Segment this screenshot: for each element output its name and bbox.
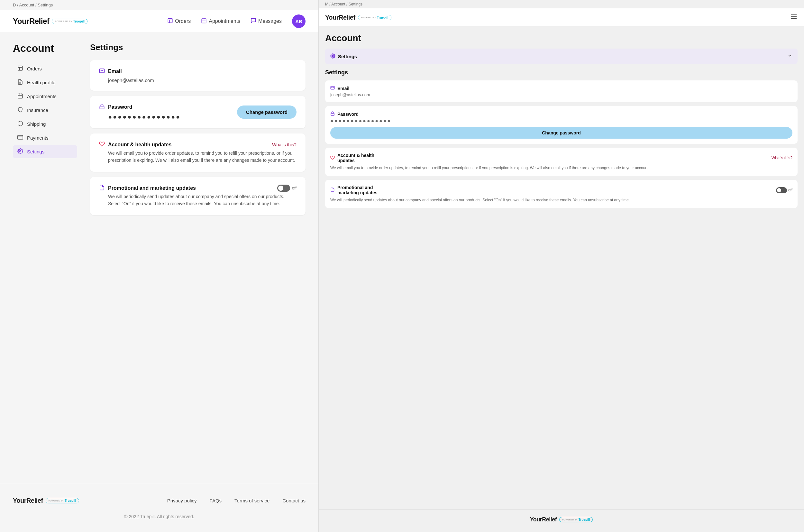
sidebar-item-health-profile[interactable]: Health profile xyxy=(13,76,77,89)
promotional-description: We will periodically send updates about … xyxy=(108,193,296,207)
settings-title: Settings xyxy=(90,42,306,53)
sidebar-item-settings[interactable]: Settings xyxy=(13,145,77,158)
mobile-settings-label: Settings xyxy=(330,53,357,59)
mobile-panel: M / Account / Settings YourRelief POWERE… xyxy=(319,0,804,532)
mobile-whats-this-link[interactable]: What's this? xyxy=(771,156,792,160)
mobile-password-dots: ●●●●●●●●●●●●●●● xyxy=(330,118,792,124)
sidebar-nav: Account Orders Health profile Appointmen… xyxy=(13,42,77,474)
promotional-header: Promotional and marketing updates off xyxy=(99,185,296,192)
svg-rect-24 xyxy=(331,113,334,115)
mobile-change-password-button[interactable]: Change password xyxy=(330,127,792,139)
sidebar-item-label: Insurance xyxy=(27,108,48,113)
email-card-header: Email xyxy=(99,68,296,75)
orders-icon xyxy=(17,65,23,72)
sidebar-item-label: Shipping xyxy=(27,121,46,127)
sidebar-item-label: Health profile xyxy=(27,80,55,85)
mobile-heart-icon xyxy=(330,155,335,161)
main-content: Account Orders Health profile Appointmen… xyxy=(0,33,319,484)
password-dots: ●●●●●●●●●●●●●●● xyxy=(108,113,181,121)
appointments-nav-icon xyxy=(201,18,207,25)
account-health-left: Account & health updates xyxy=(99,141,171,148)
mobile-footer-powered-badge: POWERED BY Truepill xyxy=(559,517,593,522)
lock-icon xyxy=(99,103,105,111)
sidebar-item-payments[interactable]: Payments xyxy=(13,131,77,145)
promotional-toggle[interactable] xyxy=(277,185,290,192)
main-nav: Orders Appointments Messages AB xyxy=(167,15,306,28)
email-label: Email xyxy=(108,69,122,74)
email-card: Email joseph@astellas.com xyxy=(90,60,306,91)
footer-links: Privacy policy FAQs Terms of service Con… xyxy=(167,498,306,504)
health-icon xyxy=(17,79,23,86)
svg-rect-12 xyxy=(18,94,22,98)
mobile-account-health-card: Account & healthupdates What's this? We … xyxy=(325,148,798,176)
settings-content: Settings Email joseph@astellas.com xyxy=(90,42,306,474)
document-icon xyxy=(99,185,105,192)
mobile-powered-badge: POWERED BY Truepill xyxy=(358,15,391,20)
change-password-button[interactable]: Change password xyxy=(237,106,296,119)
sidebar-item-label: Appointments xyxy=(27,94,57,99)
promotional-card: Promotional and marketing updates off We… xyxy=(90,177,306,215)
mobile-document-icon xyxy=(330,188,335,193)
header: YourRelief POWERED BY Truepill Orders Ap… xyxy=(0,10,319,33)
mobile-breadcrumb: M / Account / Settings xyxy=(319,0,804,8)
toggle-label: off xyxy=(292,186,296,190)
desktop-panel: D / Account / Settings YourRelief POWERE… xyxy=(0,0,319,532)
logo-text: YourRelief xyxy=(13,17,49,26)
sidebar-item-orders[interactable]: Orders xyxy=(13,62,77,75)
mobile-promotional-desc: We will periodically send updates about … xyxy=(330,197,792,203)
mobile-account-health-header-row: Account & healthupdates What's this? xyxy=(330,153,792,163)
mobile-header: YourRelief POWERED BY Truepill xyxy=(319,8,804,27)
email-value: joseph@astellas.com xyxy=(108,77,296,83)
svg-rect-19 xyxy=(100,106,104,109)
nav-appointments[interactable]: Appointments xyxy=(201,18,240,25)
sidebar-item-insurance[interactable]: Insurance xyxy=(13,103,77,117)
sidebar-item-label: Payments xyxy=(27,135,49,140)
nav-orders[interactable]: Orders xyxy=(167,18,191,25)
password-left: Password ●●●●●●●●●●●●●●● xyxy=(99,103,181,121)
mobile-settings-dropdown[interactable]: Settings xyxy=(325,49,798,64)
mobile-logo: YourRelief POWERED BY Truepill xyxy=(325,14,391,21)
faqs-link[interactable]: FAQs xyxy=(210,498,222,504)
svg-rect-7 xyxy=(18,66,22,71)
toggle-area: off xyxy=(277,185,296,192)
mobile-email-title: Email xyxy=(330,86,792,91)
footer-inner: YourRelief POWERED BY Truepill Privacy p… xyxy=(13,497,306,504)
mobile-email-value: joseph@astellas.com xyxy=(330,92,792,97)
appointments-icon xyxy=(17,93,23,100)
shipping-icon xyxy=(17,121,23,127)
avatar[interactable]: AB xyxy=(292,15,306,28)
mobile-promotional-toggle[interactable] xyxy=(776,187,787,193)
footer-powered-badge: POWERED BY Truepill xyxy=(46,498,79,504)
insurance-icon xyxy=(17,107,23,114)
password-label: Password xyxy=(108,104,133,110)
sidebar-item-appointments[interactable]: Appointments xyxy=(13,90,77,103)
svg-rect-3 xyxy=(202,19,206,23)
account-health-card: Account & health updates What's this? We… xyxy=(90,133,306,172)
privacy-policy-link[interactable]: Privacy policy xyxy=(167,498,197,504)
contact-link[interactable]: Contact us xyxy=(282,498,306,504)
whats-this-link[interactable]: What's this? xyxy=(272,142,296,147)
mobile-password-card: Password ●●●●●●●●●●●●●●● Change password xyxy=(325,106,798,144)
sidebar-item-shipping[interactable]: Shipping xyxy=(13,117,77,131)
payments-icon xyxy=(17,134,23,141)
promotional-left: Promotional and marketing updates xyxy=(99,185,196,192)
orders-nav-icon xyxy=(167,18,173,25)
footer-logo: YourRelief POWERED BY Truepill xyxy=(13,497,79,504)
svg-point-18 xyxy=(20,151,21,152)
mobile-account-title: Account xyxy=(325,33,798,43)
promotional-label: Promotional and marketing updates xyxy=(108,185,196,191)
nav-messages[interactable]: Messages xyxy=(250,18,282,25)
account-health-description: We will email you to provide order updat… xyxy=(108,150,296,164)
account-health-label: Account & health updates xyxy=(108,142,171,148)
mobile-promotional-title: Promotional andmarketing updates xyxy=(330,185,377,195)
mobile-settings-icon xyxy=(330,53,336,59)
mobile-password-title: Password xyxy=(330,111,792,117)
svg-point-23 xyxy=(332,55,333,57)
mobile-promotional-header-row: Promotional andmarketing updates off xyxy=(330,185,792,195)
hamburger-icon[interactable] xyxy=(790,13,798,22)
messages-nav-icon xyxy=(250,18,256,25)
mobile-toggle-area: off xyxy=(776,187,792,193)
password-card-row: Password ●●●●●●●●●●●●●●● Change password xyxy=(99,103,296,121)
terms-link[interactable]: Terms of service xyxy=(234,498,269,504)
chevron-down-icon xyxy=(787,53,792,59)
